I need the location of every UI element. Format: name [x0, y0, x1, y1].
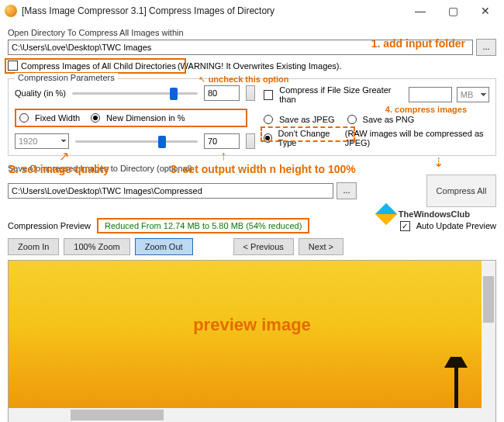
zoom-in-button[interactable]: Zoom In — [8, 238, 59, 255]
annotation-preview: preview image — [193, 315, 311, 335]
browse-output-button[interactable]: ... — [337, 182, 357, 199]
browse-input-button[interactable]: ... — [476, 39, 496, 56]
compression-parameters-group: Compression Parameters Quality (in %) Fi… — [8, 78, 496, 156]
dimension-value[interactable] — [204, 133, 240, 149]
new-dimension-label: New Dimension in % — [106, 113, 185, 123]
preview-status: Reduced From 12.74 MB to 5.80 MB (54% re… — [97, 218, 309, 233]
vertical-scrollbar[interactable] — [482, 261, 495, 422]
window-title: [Mass Image Compressor 3.1] Compress Ima… — [22, 5, 411, 16]
auto-update-preview-label: Auto Update Preview — [416, 221, 496, 230]
new-dimension-option[interactable]: New Dimension in % — [91, 113, 185, 123]
close-button[interactable]: ✕ — [476, 5, 495, 17]
size-unit-select[interactable]: MB — [457, 87, 489, 102]
spinner-icon[interactable] — [246, 133, 255, 149]
quality-label: Quality (in %) — [15, 88, 66, 98]
input-directory-field[interactable] — [8, 40, 473, 55]
child-directories-warning: (WARNING! It Overwrites Existing Images)… — [178, 61, 342, 71]
horizontal-scrollbar[interactable] — [9, 408, 482, 422]
compression-preview-label: Compression Preview — [8, 221, 91, 230]
save-as-png-option[interactable]: Save as PNG — [347, 115, 415, 124]
save-as-jpeg-option[interactable]: Save as JPEG — [264, 115, 335, 124]
auto-update-preview-option[interactable]: Auto Update Preview — [400, 221, 496, 231]
quality-value[interactable] — [204, 85, 240, 101]
next-button[interactable]: Next > — [299, 238, 343, 255]
preview-image[interactable]: preview image — [8, 260, 496, 422]
raw-note: (RAW images will be compressed as JPEG) — [345, 129, 489, 147]
compress-all-button[interactable]: Compress All — [426, 175, 496, 207]
minimize-button[interactable]: — — [411, 5, 430, 17]
size-threshold-input[interactable] — [409, 87, 452, 102]
child-directories-label: Compress Images of All Child Directories — [21, 61, 176, 71]
previous-button[interactable]: < Previous — [233, 238, 294, 255]
titlebar: [Mass Image Compressor 3.1] Compress Ima… — [0, 0, 504, 22]
compress-if-size-label: Compress if File Size Greater than — [279, 85, 401, 104]
quality-slider[interactable] — [72, 86, 198, 100]
open-directory-label: Open Directory To Compress All Images wi… — [8, 28, 496, 37]
fixed-width-label: Fixed Width — [35, 113, 80, 123]
dont-change-type-label: Don't Change Type — [278, 129, 340, 147]
maximize-button[interactable]: ▢ — [444, 5, 462, 17]
zoom-out-button[interactable]: Zoom Out — [135, 238, 193, 255]
save-as-png-label: Save as PNG — [363, 115, 415, 124]
save-as-jpeg-label: Save as JPEG — [279, 115, 335, 124]
child-directories-checkbox[interactable] — [8, 61, 18, 71]
compression-parameters-legend: Compression Parameters — [15, 73, 118, 82]
spinner-icon[interactable] — [246, 85, 255, 101]
save-directory-field[interactable] — [8, 183, 333, 199]
app-icon — [5, 5, 17, 17]
fixed-width-option[interactable]: Fixed Width — [19, 113, 80, 123]
save-directory-label: Save Compressed Images to Directory (opt… — [8, 164, 496, 173]
zoom-100-button[interactable]: 100% Zoom — [64, 238, 129, 255]
fixed-width-select[interactable]: 1920 — [15, 133, 69, 149]
dimension-slider[interactable] — [75, 134, 198, 148]
compress-if-size-checkbox[interactable] — [264, 90, 273, 100]
dont-change-type-option[interactable]: Don't Change Type — [264, 129, 340, 147]
